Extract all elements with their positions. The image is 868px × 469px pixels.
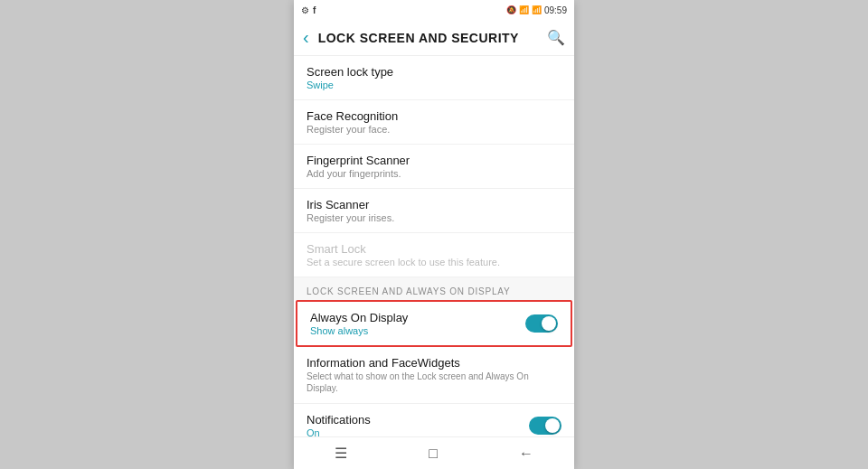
settings-icon: ⚙ [301,5,309,15]
information-face-widgets-title: Information and FaceWidgets [307,356,561,370]
notifications-item[interactable]: Notifications On [294,404,574,436]
always-on-display-item[interactable]: Always On Display Show always [296,300,572,347]
back-nav-icon[interactable]: ← [519,446,533,462]
lock-screen-section-header: LOCK SCREEN AND ALWAYS ON DISPLAY [294,277,574,300]
fingerprint-scanner-subtitle: Add your fingerprints. [307,168,561,179]
status-bar: ⚙ f 🔕 📶 📶 09:59 [294,0,574,20]
face-recognition-title: Face Recognition [307,109,561,123]
mute-icon: 🔕 [506,5,516,14]
iris-scanner-text: Iris Scanner Register your irises. [307,198,561,223]
smart-lock-text: Smart Lock Set a secure screen lock to u… [307,242,561,267]
screen-lock-type-item[interactable]: Screen lock type Swipe [294,56,574,100]
home-icon[interactable]: □ [429,446,438,462]
iris-scanner-subtitle: Register your irises. [307,212,561,223]
always-on-display-toggle-knob [542,316,556,331]
wifi-icon: 📶 [519,5,529,14]
always-on-display-title: Always On Display [310,311,525,324]
information-face-widgets-text: Information and FaceWidgets Select what … [307,356,561,394]
status-left-icons: ⚙ f [301,5,316,15]
fingerprint-scanner-title: Fingerprint Scanner [307,154,561,167]
face-recognition-subtitle: Register your face. [307,124,561,135]
always-on-display-subtitle: Show always [310,325,525,336]
screen-lock-type-subtitle: Swipe [307,80,561,90]
status-right-icons: 🔕 📶 📶 09:59 [506,5,567,15]
iris-scanner-item[interactable]: Iris Scanner Register your irises. [294,189,574,233]
screen-lock-type-text: Screen lock type Swipe [307,65,561,90]
face-recognition-text: Face Recognition Register your face. [307,109,561,135]
iris-scanner-title: Iris Scanner [307,198,561,211]
menu-icon[interactable]: ☰ [335,445,347,462]
phone-frame: ⚙ f 🔕 📶 📶 09:59 ‹ LOCK SCREEN AND SECURI… [294,0,574,469]
time-display: 09:59 [544,5,567,15]
back-button[interactable]: ‹ [303,27,309,48]
screen-lock-type-title: Screen lock type [307,65,561,79]
battery-level: 📶 [532,5,542,14]
notifications-toggle[interactable] [529,417,561,435]
facebook-icon: f [313,5,316,15]
notifications-title: Notifications [307,413,529,427]
page-title: LOCK SCREEN AND SECURITY [318,31,547,45]
notifications-toggle-knob [545,418,560,433]
smart-lock-subtitle: Set a secure screen lock to use this fea… [307,257,561,267]
smart-lock-item[interactable]: Smart Lock Set a secure screen lock to u… [294,233,574,277]
information-face-widgets-subtitle: Select what to show on the Lock screen a… [307,371,561,394]
navigation-bar: ‹ LOCK SCREEN AND SECURITY 🔍 [294,20,574,56]
fingerprint-scanner-text: Fingerprint Scanner Add your fingerprint… [307,154,561,179]
settings-content: Screen lock type Swipe Face Recognition … [294,56,574,436]
search-icon[interactable]: 🔍 [547,29,565,46]
fingerprint-scanner-item[interactable]: Fingerprint Scanner Add your fingerprint… [294,145,574,189]
always-on-display-toggle[interactable] [525,314,558,333]
notifications-text: Notifications On [307,413,529,436]
information-face-widgets-item[interactable]: Information and FaceWidgets Select what … [294,347,574,404]
notifications-subtitle: On [307,427,529,436]
bottom-navigation: ☰ □ ← [294,436,574,469]
smart-lock-title: Smart Lock [307,242,561,256]
always-on-display-text: Always On Display Show always [310,311,525,336]
face-recognition-item[interactable]: Face Recognition Register your face. [294,100,574,145]
